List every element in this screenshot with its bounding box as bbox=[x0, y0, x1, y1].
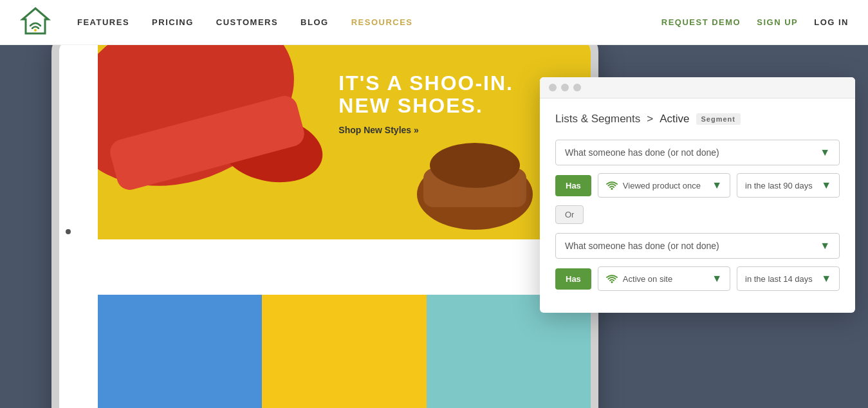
logo[interactable] bbox=[19, 5, 51, 40]
titlebar-dot-3 bbox=[573, 84, 581, 91]
condition2-dropdown-label: What someone has done (or not done) bbox=[565, 241, 719, 251]
nav-link-customers[interactable]: CUSTOMERS bbox=[216, 17, 278, 27]
shop-link[interactable]: Shop New Styles » bbox=[338, 125, 513, 135]
bottom-strip bbox=[98, 295, 591, 408]
condition1-row: Has Viewed product once bbox=[555, 173, 840, 198]
condition2-action-dropdown[interactable]: Active on site ▼ bbox=[598, 266, 730, 291]
tablet: IT'S A SHOO-IN. NEW SHOES. Shop New Styl… bbox=[51, 32, 598, 408]
segment-badge: Segment bbox=[696, 113, 741, 125]
popup-titlebar bbox=[540, 77, 855, 98]
condition2-has-button[interactable]: Has bbox=[555, 268, 591, 290]
condition2-action-arrow: ▼ bbox=[712, 273, 722, 284]
or-button[interactable]: Or bbox=[555, 205, 584, 224]
svg-point-7 bbox=[430, 143, 520, 188]
breadcrumb-active: Active bbox=[660, 113, 689, 125]
nav-link-pricing[interactable]: PRICING bbox=[152, 17, 194, 27]
tablet-camera bbox=[66, 229, 71, 234]
nav-link-resources[interactable]: RESOURCES bbox=[351, 17, 413, 27]
condition1-action-dropdown[interactable]: Viewed product once ▼ bbox=[598, 173, 730, 198]
log-in-link[interactable]: LOG IN bbox=[814, 17, 849, 27]
condition1-action-arrow: ▼ bbox=[712, 180, 722, 191]
popup-card: Lists & Segments > Active Segment What s… bbox=[540, 77, 855, 313]
nav-links: FEATURES PRICING CUSTOMERS BLOG RESOURCE… bbox=[77, 17, 661, 27]
strip-yellow bbox=[262, 295, 426, 408]
condition2-time-dropdown[interactable]: in the last 14 days ▼ bbox=[737, 266, 840, 291]
breadcrumb-arrow: > bbox=[647, 113, 653, 125]
condition2-action-content: Active on site bbox=[606, 274, 672, 284]
titlebar-dot-2 bbox=[561, 84, 569, 91]
banner-text: IT'S A SHOO-IN. NEW SHOES. Shop New Styl… bbox=[338, 72, 513, 135]
condition1-time-label: in the last 90 days bbox=[745, 181, 816, 190]
condition1-has-button[interactable]: Has bbox=[555, 175, 591, 196]
condition1-action-label: Viewed product once bbox=[623, 181, 701, 190]
svg-point-9 bbox=[611, 281, 613, 283]
main-area: IT'S A SHOO-IN. NEW SHOES. Shop New Styl… bbox=[0, 45, 868, 408]
condition2-main-dropdown[interactable]: What someone has done (or not done) ▼ bbox=[555, 233, 840, 259]
request-demo-link[interactable]: REQUEST DEMO bbox=[661, 17, 741, 27]
shoe-banner-area: IT'S A SHOO-IN. NEW SHOES. Shop New Styl… bbox=[98, 40, 591, 239]
sign-up-link[interactable]: SIGN UP bbox=[757, 17, 798, 27]
nav-link-features[interactable]: FEATURES bbox=[77, 17, 129, 27]
condition2-wifi-icon bbox=[606, 274, 618, 283]
condition2-dropdown-arrow: ▼ bbox=[820, 240, 830, 252]
breadcrumb-prefix: Lists & Segments bbox=[555, 113, 640, 125]
nav-right: REQUEST DEMO SIGN UP LOG IN bbox=[661, 17, 849, 27]
svg-point-1 bbox=[34, 29, 37, 32]
condition1-time-arrow: ▼ bbox=[821, 180, 831, 191]
condition1-main-dropdown[interactable]: What someone has done (or not done) ▼ bbox=[555, 140, 840, 165]
condition1-dropdown-label: What someone has done (or not done) bbox=[565, 147, 719, 158]
condition1-action-content: Viewed product once bbox=[606, 181, 701, 190]
banner-headline: IT'S A SHOO-IN. NEW SHOES. bbox=[338, 72, 513, 117]
popup-body: Lists & Segments > Active Segment What s… bbox=[540, 98, 855, 313]
condition2-time-label: in the last 14 days bbox=[745, 274, 816, 284]
navigation: FEATURES PRICING CUSTOMERS BLOG RESOURCE… bbox=[0, 0, 868, 45]
condition2-row: Has Active on site bbox=[555, 266, 840, 291]
nav-link-blog[interactable]: BLOG bbox=[300, 17, 329, 27]
condition2-action-label: Active on site bbox=[623, 274, 672, 284]
svg-point-8 bbox=[611, 188, 613, 190]
condition1-dropdown-arrow: ▼ bbox=[820, 147, 830, 158]
condition2-time-arrow: ▼ bbox=[821, 273, 831, 284]
titlebar-dot-1 bbox=[549, 84, 557, 91]
strip-blue bbox=[98, 295, 262, 408]
condition1-time-dropdown[interactable]: in the last 90 days ▼ bbox=[737, 173, 840, 198]
breadcrumb: Lists & Segments > Active Segment bbox=[555, 113, 840, 125]
condition1-wifi-icon bbox=[606, 181, 618, 190]
